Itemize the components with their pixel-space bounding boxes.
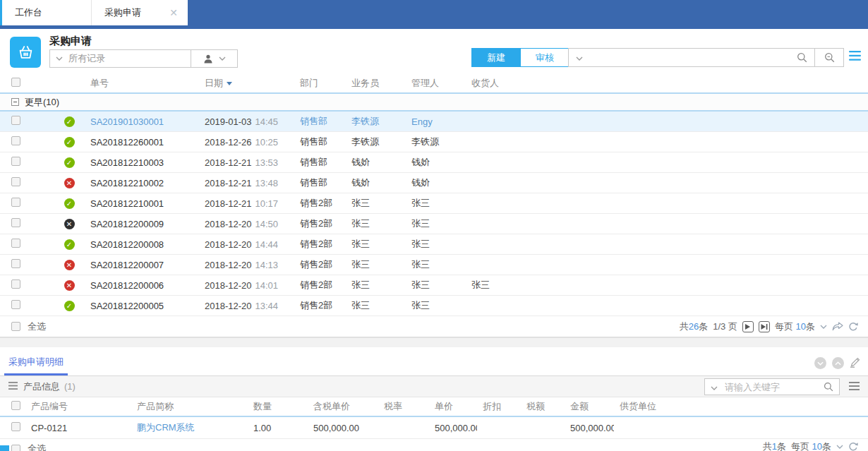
order-no-link[interactable]: SA201812210001 — [79, 198, 193, 209]
product-select-all-checkbox[interactable] — [11, 445, 20, 451]
tab-purchase-detail[interactable]: 采购申请明细 — [8, 356, 64, 368]
col-supplier[interactable]: 供货单位 — [614, 400, 868, 413]
table-row[interactable]: ✕ SA201812200009 2018-12-2014:50 销售2部 张三… — [0, 214, 868, 234]
tab-workbench[interactable]: 工作台 — [0, 0, 92, 25]
header-checkbox[interactable] — [11, 78, 20, 87]
per-page-chevron-icon[interactable] — [820, 325, 827, 329]
total-records: 共26条 — [680, 320, 708, 333]
drag-list-icon — [8, 381, 18, 392]
order-no-link[interactable]: SA201812200006 — [79, 280, 193, 291]
row-checkbox[interactable] — [11, 116, 20, 125]
owner-filter-dropdown[interactable] — [191, 49, 238, 68]
audit-button[interactable]: 审核 — [520, 48, 569, 67]
row-checkbox[interactable] — [11, 177, 20, 186]
table-row[interactable]: ✓ SA201812200005 2018-12-2013:44 销售2部 张三… — [0, 296, 868, 316]
list-view-icon[interactable] — [849, 51, 861, 63]
share-icon[interactable] — [832, 322, 843, 331]
select-all-row: 全选 共26条 1/3 页 每页 10条 — [0, 316, 868, 337]
product-row[interactable]: CP-0121 鹏为CRM系统 1.00 500,000.00 500,000.… — [0, 417, 868, 439]
product-per-page-chevron-icon[interactable] — [836, 445, 843, 449]
col-product-name[interactable]: 产品简称 — [131, 400, 248, 413]
next-page-icon[interactable] — [742, 321, 754, 332]
order-no-link[interactable]: SA201812200009 — [79, 219, 193, 229]
per-page[interactable]: 每页 10条 — [775, 320, 815, 333]
col-tax[interactable]: 税额 — [521, 400, 565, 413]
product-refresh-icon[interactable] — [848, 442, 858, 451]
col-price[interactable]: 单价 — [429, 400, 477, 413]
date-cell: 2018-12-2014:44 — [193, 239, 289, 250]
col-salesperson[interactable]: 业务员 — [340, 77, 400, 90]
last-page-icon[interactable] — [759, 321, 770, 332]
table-row[interactable]: ✕ SA201812200007 2018-12-2014:13 销售2部 张三… — [0, 255, 868, 275]
search-icon[interactable] — [789, 52, 814, 63]
product-list-view-icon[interactable] — [849, 382, 860, 392]
search-field-chevron-icon[interactable] — [569, 52, 590, 63]
product-header-checkbox[interactable] — [11, 401, 20, 410]
expand-panel-up-icon[interactable] — [832, 357, 844, 369]
col-receiver[interactable]: 收货人 — [460, 77, 868, 90]
order-no-link[interactable]: SA201901030001 — [79, 116, 193, 127]
table-row[interactable]: ✕ SA201812210002 2018-12-2113:48 销售部 钱妎 … — [0, 173, 868, 193]
row-checkbox[interactable] — [11, 218, 20, 227]
table-row[interactable]: ✓ SA201812210003 2018-12-2113:53 销售部 钱妎 … — [0, 152, 868, 173]
product-search-input[interactable] — [723, 381, 818, 393]
order-no-link[interactable]: SA201812210003 — [79, 157, 193, 168]
row-checkbox[interactable] — [11, 157, 20, 166]
order-no-link[interactable]: SA201812210002 — [79, 178, 193, 188]
col-tax-rate[interactable]: 税率 — [378, 400, 429, 413]
page-info: 1/3 页 — [713, 320, 737, 333]
row-checkbox[interactable] — [11, 136, 20, 145]
col-amount[interactable]: 金额 — [565, 400, 614, 413]
order-no-link[interactable]: SA201812260001 — [79, 137, 193, 148]
table-row[interactable]: ✓ SA201812200008 2018-12-2014:44 销售2部 张三… — [0, 234, 868, 255]
order-no-link[interactable]: SA201812200007 — [79, 260, 193, 270]
col-date[interactable]: 日期 — [193, 77, 289, 90]
status-approved-icon: ✓ — [64, 301, 75, 311]
order-no-link[interactable]: SA201812200005 — [79, 301, 193, 311]
tab-purchase-request[interactable]: 采购申请 ✕ — [92, 0, 188, 25]
product-name-link[interactable]: 鹏为CRM系统 — [131, 421, 248, 434]
col-order-no[interactable]: 单号 — [79, 77, 193, 90]
product-search-icon[interactable] — [818, 382, 839, 392]
col-dept[interactable]: 部门 — [289, 77, 340, 90]
col-tax-price[interactable]: 含税单价 — [308, 400, 378, 413]
status-closed-icon: ✕ — [64, 219, 75, 229]
dept-cell: 销售2部 — [289, 197, 340, 210]
col-discount[interactable]: 折扣 — [477, 400, 521, 413]
status-approved-icon: ✓ — [64, 157, 75, 168]
order-no-link[interactable]: SA201812200008 — [79, 239, 193, 250]
group-row-earlier[interactable]: 更早 (10) — [0, 94, 868, 112]
new-button[interactable]: 新建 — [471, 48, 521, 67]
table-row[interactable]: ✓ SA201812210001 2018-12-2110:17 销售2部 张三… — [0, 193, 868, 214]
table-row[interactable]: ✓ SA201812260001 2018-12-2610:25 销售部 李铁源… — [0, 132, 868, 152]
collapse-group-icon[interactable] — [11, 98, 19, 106]
dept-cell: 销售2部 — [289, 279, 340, 291]
edit-pencil-icon[interactable] — [850, 356, 861, 370]
row-checkbox[interactable] — [11, 198, 20, 207]
product-search-chevron-icon[interactable] — [705, 382, 723, 392]
manager-cell: 张三 — [400, 279, 460, 291]
advanced-search-icon[interactable] — [815, 52, 843, 63]
col-qty[interactable]: 数量 — [248, 400, 308, 413]
collapse-panel-down-icon[interactable] — [814, 357, 826, 369]
salesperson-cell: 李铁源 — [340, 115, 400, 128]
search-input[interactable] — [590, 49, 789, 66]
col-manager[interactable]: 管理人 — [400, 77, 460, 90]
salesperson-cell: 张三 — [340, 299, 400, 312]
refresh-icon[interactable] — [848, 322, 858, 332]
col-product-code[interactable]: 产品编号 — [25, 400, 131, 413]
select-all-checkbox[interactable] — [11, 322, 20, 331]
close-tab-icon[interactable]: ✕ — [169, 7, 178, 18]
row-checkbox[interactable] — [11, 259, 20, 268]
product-per-page[interactable]: 每页 10条 — [791, 440, 831, 451]
product-row-checkbox[interactable] — [11, 422, 20, 431]
view-filter-dropdown[interactable]: 所有记录 — [49, 49, 191, 68]
row-checkbox[interactable] — [11, 279, 20, 289]
date-cell: 2018-12-2610:25 — [193, 137, 289, 148]
status-approved-icon: ✓ — [64, 239, 75, 250]
table-row[interactable]: ✕ SA201812200006 2018-12-2014:01 销售2部 张三… — [0, 275, 868, 296]
table-row[interactable]: ✓ SA201901030001 2019-01-0314:45 销售部 李铁源… — [0, 112, 868, 132]
row-checkbox[interactable] — [11, 239, 20, 248]
receiver-cell: 张三 — [460, 279, 868, 291]
row-checkbox[interactable] — [11, 300, 20, 309]
